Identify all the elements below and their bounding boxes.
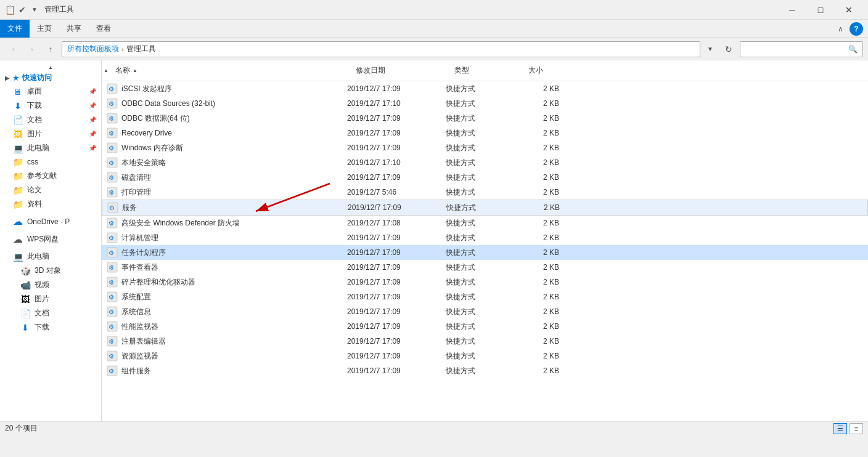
file-name-text: 打印管理 <box>121 187 151 198</box>
content-scroll-up[interactable]: ▲ <box>102 68 110 73</box>
details-view-button[interactable]: ☰ <box>833 423 847 434</box>
file-type: 快捷方式 <box>441 246 515 260</box>
list-view-button[interactable]: ≡ <box>850 423 863 434</box>
sidebar-item-materials[interactable]: 📁 资料 <box>0 197 101 211</box>
table-row[interactable]: ⚙计算机管理2019/12/7 17:09快捷方式2 KB <box>102 230 868 245</box>
file-type: 快捷方式 <box>441 171 515 185</box>
downloads-icon: ⬇ <box>12 101 23 111</box>
sidebar-item-documents2[interactable]: 📄 文档 <box>0 306 101 320</box>
sidebar-item-3dobjects[interactable]: 🎲 3D 对象 <box>0 264 101 278</box>
sidebar-item-onedrive[interactable]: ☁ OneDrive - P <box>0 214 101 229</box>
table-row[interactable]: ⚙服务2019/12/7 17:09快捷方式2 KB <box>102 200 868 216</box>
col-header-type[interactable]: 类型 <box>449 63 523 78</box>
sidebar-item-pictures2[interactable]: 🖼 图片 <box>0 292 101 306</box>
address-path[interactable]: 所有控制面板项 › 管理工具 <box>62 41 700 57</box>
table-row[interactable]: ⚙ODBC Data Sources (32-bit)2019/12/7 17:… <box>102 96 868 111</box>
file-size: 2 KB <box>515 365 564 377</box>
file-name-text: 事件查看器 <box>121 262 158 273</box>
sidebar-scroll-up[interactable]: ▲ <box>0 63 101 71</box>
col-header-size[interactable]: 大小 <box>523 63 573 78</box>
sidebar-quick-access-header[interactable]: ▶ ★ 快速访问 <box>0 71 101 84</box>
up-button[interactable]: ↑ <box>42 41 59 57</box>
minimize-button[interactable]: ─ <box>778 0 806 20</box>
search-box[interactable]: 🔍 <box>740 41 863 57</box>
sidebar-item-documents[interactable]: 📄 文档 📌 <box>0 113 101 127</box>
file-date: 2019/12/7 17:09 <box>342 232 441 244</box>
sidebar-item-css[interactable]: 📁 css <box>0 155 101 169</box>
file-size: 2 KB <box>515 261 564 273</box>
table-row[interactable]: ⚙iSCSI 发起程序2019/12/7 17:09快捷方式2 KB <box>102 81 868 96</box>
table-row[interactable]: ⚙打印管理2019/12/7 5:46快捷方式2 KB <box>102 185 868 200</box>
table-row[interactable]: ⚙Windows 内存诊断2019/12/7 17:09快捷方式2 KB <box>102 140 868 155</box>
sidebar-item-thispc[interactable]: 💻 此电脑 📌 <box>0 141 101 155</box>
table-row[interactable]: ⚙本地安全策略2019/12/7 17:10快捷方式2 KB <box>102 155 868 170</box>
help-button[interactable]: ? <box>850 22 863 36</box>
refresh-button[interactable]: ↻ <box>720 41 737 57</box>
table-row[interactable]: ⚙ODBC 数据源(64 位)2019/12/7 17:09快捷方式2 KB <box>102 111 868 126</box>
sidebar: ▲ ▶ ★ 快速访问 🖥 桌面 📌 ⬇ 下载 📌 📄 文档 📌 <box>0 60 102 421</box>
sidebar-item-desktop[interactable]: 🖥 桌面 📌 <box>0 84 101 99</box>
file-name: ⚙资源监视器 <box>102 349 342 363</box>
sidebar-item-downloads[interactable]: ⬇ 下载 📌 <box>0 99 101 113</box>
menu-home[interactable]: 主页 <box>30 20 59 38</box>
quick-access-expand-icon: ▶ <box>5 75 10 81</box>
table-row[interactable]: ⚙碎片整理和优化驱动器2019/12/7 17:09快捷方式2 KB <box>102 275 868 289</box>
menu-share[interactable]: 共享 <box>59 20 89 38</box>
table-row[interactable]: ⚙系统配置2019/12/7 17:09快捷方式2 KB <box>102 289 868 304</box>
maximize-button[interactable]: □ <box>806 0 835 20</box>
sidebar-item-downloads2[interactable]: ⬇ 下载 <box>0 320 101 334</box>
file-date: 2019/12/7 17:09 <box>342 320 441 333</box>
onedrive-icon: ☁ <box>12 216 23 227</box>
path-item-controlpanel[interactable]: 所有控制面板项 <box>67 44 119 54</box>
pictures-icon: 🖼 <box>12 129 23 139</box>
menu-file[interactable]: 文件 <box>0 20 30 38</box>
sidebar-item-references[interactable]: 📁 参考文献 <box>0 169 101 183</box>
svg-text:⚙: ⚙ <box>109 204 115 211</box>
col-header-name[interactable]: 名称 ▲ <box>110 63 351 78</box>
forward-button[interactable]: › <box>23 41 41 57</box>
file-type: 快捷方式 <box>441 185 515 200</box>
file-name-text: Recovery Drive <box>121 129 172 137</box>
file-date: 2019/12/7 5:46 <box>342 186 441 198</box>
file-content: ▲ 名称 ▲ 修改日期 类型 大小 ⚙iSCSI 发起程序2019/12/7 1… <box>102 60 868 421</box>
file-type: 快捷方式 <box>441 111 515 126</box>
title-icon-dropdown[interactable]: ▼ <box>30 5 39 15</box>
table-row[interactable]: ⚙组件服务2019/12/7 17:09快捷方式2 KB <box>102 363 868 378</box>
sidebar-item-videos[interactable]: 📹 视频 <box>0 278 101 292</box>
back-button[interactable]: ‹ <box>5 41 22 57</box>
sidebar-item-thesis[interactable]: 📁 论文 <box>0 183 101 197</box>
svg-text:⚙: ⚙ <box>108 174 114 181</box>
col-header-date[interactable]: 修改日期 <box>351 63 449 78</box>
file-shortcut-icon: ⚙ <box>107 83 118 94</box>
sidebar-item-wps[interactable]: ☁ WPS网盘 <box>0 232 101 247</box>
sidebar-item-thispc2[interactable]: 💻 此电脑 <box>0 249 101 264</box>
file-name-text: iSCSI 发起程序 <box>121 84 172 94</box>
file-name: ⚙ODBC Data Sources (32-bit) <box>102 96 342 111</box>
search-icon[interactable]: 🔍 <box>848 45 858 54</box>
file-shortcut-icon: ⚙ <box>107 232 118 243</box>
file-name: ⚙系统配置 <box>102 289 342 304</box>
table-row[interactable]: ⚙高级安全 Windows Defender 防火墙2019/12/7 17:0… <box>102 216 868 230</box>
file-name: ⚙任务计划程序 <box>102 245 342 260</box>
search-input[interactable] <box>745 45 848 54</box>
table-row[interactable]: ⚙磁盘清理2019/12/7 17:09快捷方式2 KB <box>102 170 868 185</box>
table-row[interactable]: ⚙Recovery Drive2019/12/7 17:09快捷方式2 KB <box>102 126 868 140</box>
address-dropdown-button[interactable]: ▼ <box>703 41 718 57</box>
svg-text:⚙: ⚙ <box>108 220 114 227</box>
table-row[interactable]: ⚙事件查看器2019/12/7 17:09快捷方式2 KB <box>102 260 868 275</box>
table-row[interactable]: ⚙性能监视器2019/12/7 17:09快捷方式2 KB <box>102 319 868 334</box>
table-row[interactable]: ⚙系统信息2019/12/7 17:09快捷方式2 KB <box>102 304 868 319</box>
close-button[interactable]: ✕ <box>835 0 863 20</box>
table-row[interactable]: ⚙资源监视器2019/12/7 17:09快捷方式2 KB <box>102 349 868 363</box>
menu-view[interactable]: 查看 <box>89 20 118 38</box>
file-size: 2 KB <box>515 291 564 303</box>
ribbon-collapse-button[interactable]: ∧ <box>833 22 847 36</box>
table-row[interactable]: ⚙任务计划程序2019/12/7 17:09快捷方式2 KB <box>102 245 868 260</box>
sidebar-item-pictures[interactable]: 🖼 图片 📌 <box>0 127 101 141</box>
pin-icon-4: 📌 <box>89 131 96 137</box>
table-row[interactable]: ⚙注册表编辑器2019/12/7 17:09快捷方式2 KB <box>102 334 868 349</box>
file-type: 快捷方式 <box>441 334 515 349</box>
file-size: 2 KB <box>515 83 564 95</box>
file-shortcut-icon: ⚙ <box>107 142 118 153</box>
file-name: ⚙注册表编辑器 <box>102 334 342 349</box>
